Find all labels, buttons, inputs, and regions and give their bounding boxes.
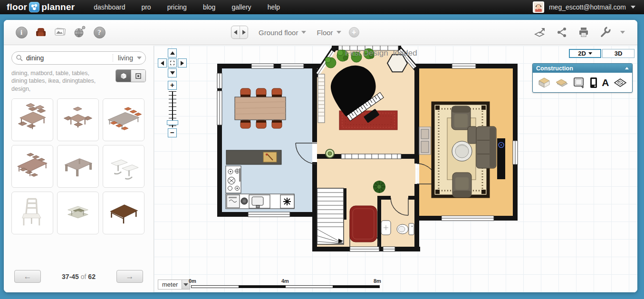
nav-item-pro[interactable]: pro	[141, 3, 151, 11]
bathroom-sink	[381, 221, 391, 235]
pan-left-button[interactable]	[158, 58, 167, 68]
potted-plant	[373, 181, 385, 193]
info-button[interactable]: i	[14, 25, 29, 39]
print-button[interactable]	[577, 25, 591, 39]
view-3d-button[interactable]: 3D	[602, 49, 634, 58]
flooring-tool-button[interactable]	[613, 77, 628, 89]
kitchen-counter[interactable]	[226, 194, 294, 209]
floor-prev-next	[231, 26, 248, 39]
result-white-dining-chair[interactable]	[11, 192, 53, 234]
nav-item-dashboard[interactable]: dashboard	[94, 3, 125, 11]
wall-planter	[326, 149, 334, 158]
pan-up-button[interactable]	[168, 48, 177, 58]
zoom-slider-handle[interactable]	[167, 120, 178, 125]
search-results-grid	[11, 98, 146, 234]
user-avatar	[533, 1, 544, 13]
export-icon	[533, 27, 547, 38]
view-2d-label: 2D	[578, 50, 586, 57]
category-dropdown[interactable]: living	[113, 54, 142, 62]
armchair-bottom	[452, 173, 471, 197]
toilet	[397, 223, 414, 235]
stove[interactable]	[226, 166, 241, 193]
images-button[interactable]	[53, 25, 67, 39]
category-label: living	[118, 54, 133, 62]
construction-panel-header[interactable]: Construction	[533, 64, 632, 73]
share-icon	[556, 27, 567, 38]
tools-dropdown-caret[interactable]	[620, 31, 625, 34]
result-rectangular-dining-table[interactable]	[57, 145, 99, 188]
library-3d-toggle[interactable]	[116, 70, 131, 82]
pan-down-button[interactable]	[168, 68, 177, 77]
unit-dropdown[interactable]: meter	[158, 280, 190, 289]
share-button[interactable]	[555, 25, 569, 39]
zoom-in-button[interactable]: +	[168, 81, 177, 90]
construction-panel: Construction	[532, 63, 633, 93]
kitchen-island[interactable]	[226, 150, 281, 164]
zoom-out-button[interactable]: −	[168, 128, 177, 137]
prev-floor-button[interactable]	[231, 26, 240, 39]
nav-item-gallery[interactable]: gallery	[231, 3, 251, 11]
chevron-down-icon	[183, 283, 188, 286]
next-page-button[interactable]: →	[116, 270, 143, 283]
result-modern-coffee-table[interactable]	[57, 192, 99, 234]
add-floor-button[interactable]: +	[349, 27, 359, 38]
arrow-left-icon	[161, 61, 164, 66]
help-button[interactable]: ?	[92, 25, 106, 39]
furniture-library-button[interactable]	[34, 25, 48, 39]
cube-3d-icon	[120, 72, 127, 80]
window-tool-button[interactable]	[572, 77, 586, 89]
floor-selector-label: Ground floor	[259, 29, 298, 37]
logo-text-floor: floor	[7, 2, 27, 12]
result-long-dining-table-6-chairs[interactable]	[11, 145, 53, 188]
floorplanner-app: floor planner dashboard pro pricing blog…	[0, 0, 644, 299]
prev-page-button[interactable]: ←	[14, 270, 41, 283]
export-button[interactable]	[533, 25, 547, 39]
status-message: First Designloaded	[345, 48, 417, 58]
library-search: living	[11, 51, 146, 65]
view-selector-dropdown[interactable]: Floor	[317, 29, 341, 37]
view-2d-button[interactable]: 2D	[569, 49, 601, 58]
surface-tool-button[interactable]	[555, 77, 569, 89]
info-icon: i	[16, 27, 28, 39]
walls-tool-button[interactable]	[537, 77, 551, 89]
result-dark-square-dining-table[interactable]	[103, 192, 144, 234]
flooring-tool-icon	[613, 77, 628, 89]
tools-button[interactable]	[598, 25, 613, 39]
editor-window: i	[4, 20, 637, 292]
pan-right-button[interactable]	[178, 58, 187, 68]
nav-item-help[interactable]: help	[268, 3, 280, 11]
nav-item-pricing[interactable]: pricing	[167, 3, 187, 11]
nav-menu: dashboard pro pricing blog gallery help	[94, 3, 280, 11]
staircase	[317, 188, 344, 244]
kitchen-dining-set[interactable]	[235, 88, 286, 128]
collapse-icon	[625, 67, 629, 69]
arrow-right-icon	[181, 61, 184, 66]
text-tool-button[interactable]: A	[602, 77, 609, 88]
search-input[interactable]	[26, 54, 113, 62]
door-tool-button[interactable]	[589, 77, 598, 89]
editor-body: living dining, matbord, table, tables, d…	[4, 46, 637, 292]
print-icon	[577, 27, 590, 38]
help-icon: ?	[94, 27, 106, 39]
library-sidebar: living dining, matbord, table, tables, d…	[4, 46, 154, 292]
pagination-range: 37-45	[62, 273, 79, 280]
chevron-right-icon	[242, 30, 246, 35]
pan-center-button[interactable]	[168, 58, 177, 68]
pagination-label: 37-45 of 62	[41, 273, 116, 280]
next-floor-button[interactable]	[240, 26, 248, 39]
view-selector-label: Floor	[317, 29, 333, 37]
nav-item-blog[interactable]: blog	[203, 3, 215, 11]
result-dining-table-4-chairs[interactable]	[11, 98, 53, 141]
bookshelf	[318, 74, 325, 123]
library-2d-toggle[interactable]	[131, 70, 145, 82]
app-logo[interactable]: floor planner	[7, 2, 75, 12]
user-email: meg_escott@hotmail.com	[549, 3, 626, 11]
scale-label-8m: 8m	[374, 278, 381, 284]
result-twin-pedestal-tables[interactable]	[103, 145, 144, 188]
result-dining-table-6-orange-chairs[interactable]	[103, 98, 144, 141]
world-settings-button[interactable]	[73, 25, 87, 39]
result-square-dining-table-4-chairs[interactable]	[57, 98, 99, 141]
user-menu[interactable]: meg_escott@hotmail.com	[533, 1, 635, 13]
floor-selector-dropdown[interactable]: Ground floor	[259, 29, 306, 37]
design-canvas[interactable]: First Designloaded + − 2D	[154, 46, 637, 292]
